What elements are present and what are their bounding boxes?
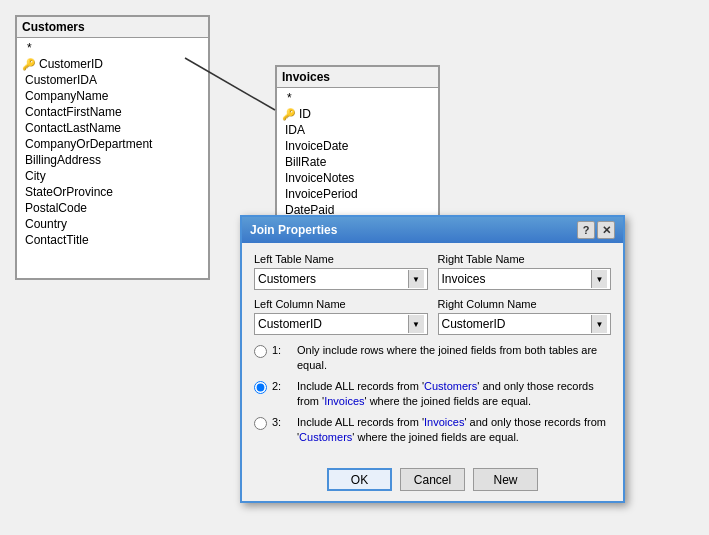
radio-option-2: 2: Include ALL records from 'Customers' … <box>254 379 611 410</box>
list-item: 🔑 CustomerID <box>17 56 208 72</box>
list-item: Country <box>17 216 208 232</box>
invoices-title: Invoices <box>282 70 330 84</box>
dialog-controls: ? ✕ <box>577 221 615 239</box>
radio-2-text[interactable]: Include ALL records from 'Customers' and… <box>297 379 611 410</box>
radio-1-text[interactable]: Only include rows where the joined field… <box>297 343 611 374</box>
left-column-label: Left Column Name <box>254 298 428 310</box>
key-icon: 🔑 <box>282 108 296 121</box>
list-item: BillRate <box>277 154 438 170</box>
right-table-label: Right Table Name <box>438 253 612 265</box>
list-item: CompanyOrDepartment <box>17 136 208 152</box>
dialog-body: Left Table Name Customers ▼ Right Table … <box>242 243 623 463</box>
list-item: IDA <box>277 122 438 138</box>
right-column-label: Right Column Name <box>438 298 612 310</box>
radio-2-num: 2: <box>272 380 292 392</box>
radio-3-num: 3: <box>272 416 292 428</box>
customers-table-header: Customers <box>17 17 208 38</box>
radio-option-3: 3: Include ALL records from 'Invoices' a… <box>254 415 611 446</box>
customers-field-list[interactable]: * 🔑 CustomerID CustomerIDA CompanyName C… <box>17 38 208 278</box>
dialog-titlebar: Join Properties ? ✕ <box>242 217 623 243</box>
list-item: InvoiceDate <box>277 138 438 154</box>
help-button[interactable]: ? <box>577 221 595 239</box>
list-item: InvoiceNotes <box>277 170 438 186</box>
left-table-arrow: ▼ <box>408 270 424 288</box>
list-item: * <box>277 90 438 106</box>
customers-title: Customers <box>22 20 85 34</box>
right-table-arrow: ▼ <box>591 270 607 288</box>
dialog-title: Join Properties <box>250 223 577 237</box>
left-column-group: Left Column Name CustomerID ▼ <box>254 298 428 335</box>
list-item: InvoicePeriod <box>277 186 438 202</box>
list-item: ContactFirstName <box>17 104 208 120</box>
right-table-select[interactable]: Invoices ▼ <box>438 268 612 290</box>
new-button[interactable]: New <box>473 468 538 491</box>
left-table-value: Customers <box>258 272 408 286</box>
join-type-radio-group: 1: Only include rows where the joined fi… <box>254 343 611 445</box>
list-item: CustomerIDA <box>17 72 208 88</box>
list-item: StateOrProvince <box>17 184 208 200</box>
right-table-value: Invoices <box>442 272 592 286</box>
column-name-row: Left Column Name CustomerID ▼ Right Colu… <box>254 298 611 335</box>
dialog-button-row: OK Cancel New <box>242 463 623 501</box>
radio-3-text[interactable]: Include ALL records from 'Invoices' and … <box>297 415 611 446</box>
radio-3-input[interactable] <box>254 417 267 430</box>
right-column-value: CustomerID <box>442 317 592 331</box>
left-column-value: CustomerID <box>258 317 408 331</box>
list-item: BillingAddress <box>17 152 208 168</box>
right-column-arrow: ▼ <box>591 315 607 333</box>
join-properties-dialog: Join Properties ? ✕ Left Table Name Cust… <box>240 215 625 503</box>
radio-1-input[interactable] <box>254 345 267 358</box>
radio-1-num: 1: <box>272 344 292 356</box>
left-table-label: Left Table Name <box>254 253 428 265</box>
list-item: ContactLastName <box>17 120 208 136</box>
list-item: CompanyName <box>17 88 208 104</box>
list-item: PostalCode <box>17 200 208 216</box>
table-name-row: Left Table Name Customers ▼ Right Table … <box>254 253 611 290</box>
left-table-select[interactable]: Customers ▼ <box>254 268 428 290</box>
list-item: City <box>17 168 208 184</box>
list-item: ContactTitle <box>17 232 208 248</box>
invoices-table-header: Invoices <box>277 67 438 88</box>
radio-option-1: 1: Only include rows where the joined fi… <box>254 343 611 374</box>
customers-list-container: * 🔑 CustomerID CustomerIDA CompanyName C… <box>17 38 208 278</box>
customers-table: Customers * 🔑 CustomerID CustomerIDA Com… <box>15 15 210 280</box>
left-table-group: Left Table Name Customers ▼ <box>254 253 428 290</box>
list-item: 🔑 ID <box>277 106 438 122</box>
cancel-button[interactable]: Cancel <box>400 468 465 491</box>
key-icon: 🔑 <box>22 58 36 71</box>
right-column-select[interactable]: CustomerID ▼ <box>438 313 612 335</box>
radio-2-input[interactable] <box>254 381 267 394</box>
ok-button[interactable]: OK <box>327 468 392 491</box>
left-column-select[interactable]: CustomerID ▼ <box>254 313 428 335</box>
close-button[interactable]: ✕ <box>597 221 615 239</box>
left-column-arrow: ▼ <box>408 315 424 333</box>
right-table-group: Right Table Name Invoices ▼ <box>438 253 612 290</box>
list-item: * <box>17 40 208 56</box>
right-column-group: Right Column Name CustomerID ▼ <box>438 298 612 335</box>
